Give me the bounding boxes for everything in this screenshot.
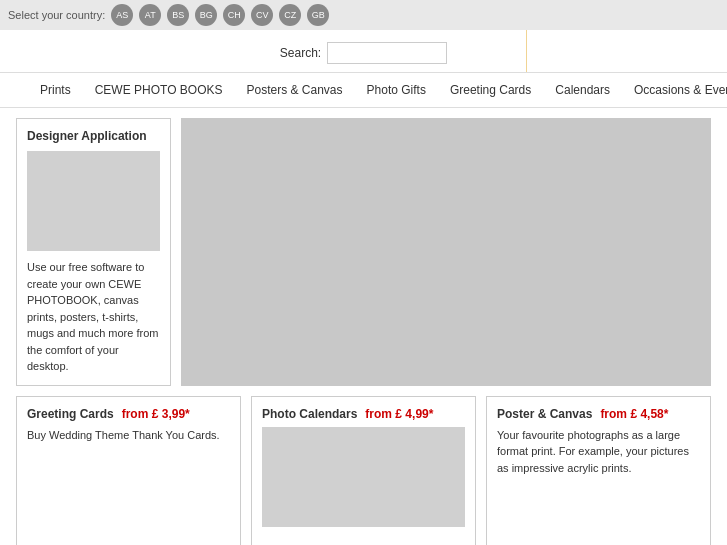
country-bg[interactable]: BG — [195, 4, 217, 26]
calendars-card-image — [262, 427, 465, 527]
nav-posters-canvas[interactable]: Posters & Canvas — [247, 83, 343, 97]
designer-app-card: Designer Application Use our free softwa… — [16, 118, 171, 386]
greeting-card-header: Greeting Cards from £ 3,99* — [27, 407, 230, 421]
banner-area[interactable] — [181, 118, 711, 386]
calendars-card-price: from £ 4,99* — [365, 407, 433, 421]
country-as[interactable]: AS — [111, 4, 133, 26]
product-card-greeting: Greeting Cards from £ 3,99* Buy Wedding … — [16, 396, 241, 546]
nav-occasions-events[interactable]: Occasions & Events — [634, 83, 727, 97]
search-label: Search: — [280, 46, 321, 60]
top-section: Designer Application Use our free softwa… — [16, 118, 711, 386]
country-label: Select your country: — [8, 9, 105, 21]
product-card-calendars: Photo Calendars from £ 4,99* — [251, 396, 476, 546]
poster-card-price: from £ 4,58* — [600, 407, 668, 421]
country-at[interactable]: AT — [139, 4, 161, 26]
search-input[interactable] — [327, 42, 447, 64]
calendars-card-header: Photo Calendars from £ 4,99* — [262, 407, 465, 421]
country-gb[interactable]: GB — [307, 4, 329, 26]
main-nav: Prints CEWE PHOTO BOOKS Posters & Canvas… — [0, 73, 727, 108]
search-bar-inner: Search: — [280, 42, 447, 64]
nav-prints[interactable]: Prints — [40, 83, 71, 97]
nav-photo-gifts[interactable]: Photo Gifts — [367, 83, 426, 97]
nav-greeting-cards[interactable]: Greeting Cards — [450, 83, 531, 97]
country-cz[interactable]: CZ — [279, 4, 301, 26]
poster-card-header: Poster & Canvas from £ 4,58* — [497, 407, 700, 421]
top-bar: Select your country: AS AT BS BG CH CV C… — [0, 0, 727, 30]
search-bar: Search: — [0, 30, 727, 73]
designer-app-image — [27, 151, 160, 251]
greeting-card-desc: Buy Wedding Theme Thank You Cards. — [27, 427, 230, 444]
poster-card-title: Poster & Canvas — [497, 407, 592, 421]
poster-card-desc: Your favourite photographs as a large fo… — [497, 427, 700, 477]
designer-app-desc: Use our free software to create your own… — [27, 259, 160, 375]
greeting-card-price: from £ 3,99* — [122, 407, 190, 421]
country-ch[interactable]: CH — [223, 4, 245, 26]
country-cv[interactable]: CV — [251, 4, 273, 26]
nav-cewe-photo-books[interactable]: CEWE PHOTO BOOKS — [95, 83, 223, 97]
designer-app-title: Designer Application — [27, 129, 160, 143]
product-card-poster: Poster & Canvas from £ 4,58* Your favour… — [486, 396, 711, 546]
country-bs[interactable]: BS — [167, 4, 189, 26]
calendars-card-title: Photo Calendars — [262, 407, 357, 421]
main-content: Designer Application Use our free softwa… — [0, 108, 727, 545]
search-divider — [526, 30, 527, 72]
nav-calendars[interactable]: Calendars — [555, 83, 610, 97]
product-cards: Greeting Cards from £ 3,99* Buy Wedding … — [16, 396, 711, 546]
greeting-card-title: Greeting Cards — [27, 407, 114, 421]
